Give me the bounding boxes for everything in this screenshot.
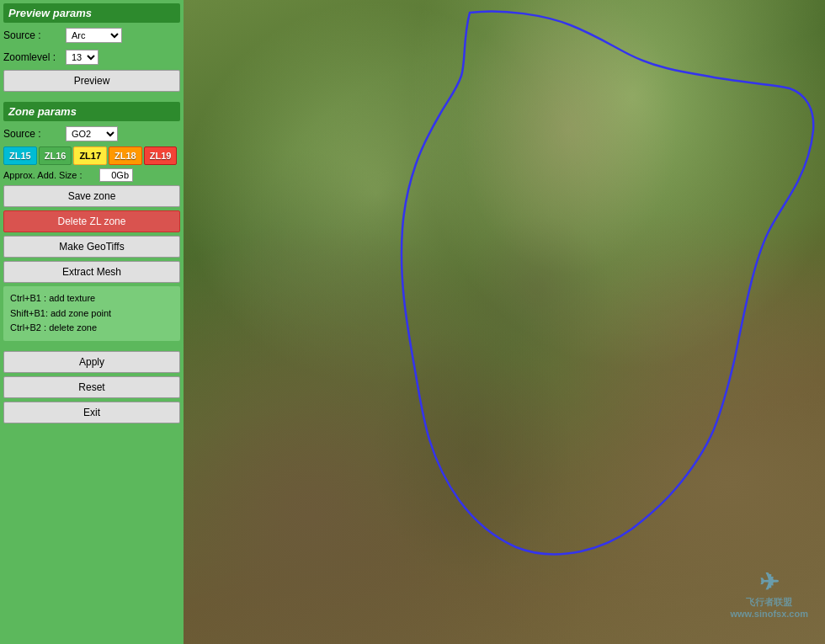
delete-zl-zone-button[interactable]: Delete ZL zone [3,210,180,232]
zone-params-header: Zone params [3,102,180,121]
approx-label: Approx. Add. Size : [3,170,96,180]
zoomlevel-label: Zoomlevel : [3,51,62,63]
zl17-button[interactable]: ZL17 [73,146,107,165]
hint-2: Shift+B1: add zone point [10,306,173,322]
reset-button[interactable]: Reset [3,376,180,398]
preview-button[interactable]: Preview [3,70,180,92]
zone-source-select[interactable]: GO2 Google Bing [66,126,118,141]
extract-mesh-button[interactable]: Extract Mesh [3,261,180,283]
save-zone-button[interactable]: Save zone [3,185,180,207]
zoomlevel-row: Zoomlevel : 101112 13 1415161718 [3,48,180,67]
hint-3: Ctrl+B2 : delete zone [10,321,173,336]
zl16-button[interactable]: ZL16 [39,146,72,165]
exit-button[interactable]: Exit [3,402,180,423]
source-select[interactable]: Arc Google Bing MapBox [66,28,122,43]
hints-box: Ctrl+B1 : add texture Shift+B1: add zone… [3,286,180,341]
zoomlevel-select[interactable]: 101112 13 1415161718 [66,50,98,65]
zl-buttons-row: ZL15 ZL16 ZL17 ZL18 ZL19 [3,146,180,165]
source-label: Source : [3,29,62,41]
zl15-button[interactable]: ZL15 [3,146,37,165]
zone-source-label: Source : [3,128,62,140]
left-panel: Preview params Source : Arc Google Bing … [0,0,184,644]
source-row: Source : Arc Google Bing MapBox [3,26,180,45]
zl18-button[interactable]: ZL18 [109,146,142,165]
apply-button[interactable]: Apply [3,351,180,373]
approx-size-row: Approx. Add. Size : 0Gb [3,168,180,182]
map-detail [184,0,825,644]
zl19-button[interactable]: ZL19 [144,146,178,165]
hint-1: Ctrl+B1 : add texture [10,291,173,306]
make-geotiffs-button[interactable]: Make GeoTiffs [3,236,180,258]
approx-value: 0Gb [99,168,133,182]
zone-source-row: Source : GO2 Google Bing [3,125,180,143]
map-area[interactable]: ✈ 飞行者联盟 www.sinofsx.com [184,0,825,644]
preview-params-header: Preview params [3,3,180,23]
